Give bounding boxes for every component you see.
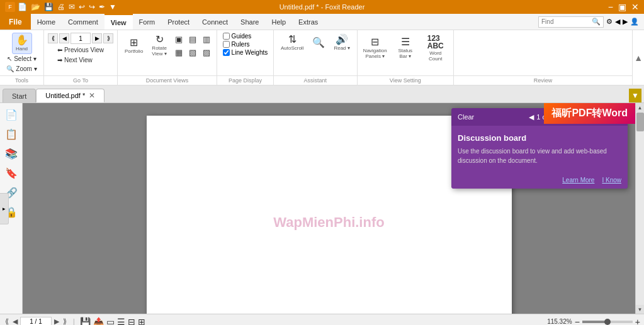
sidebar-layers-button[interactable]: 📚 — [3, 145, 20, 162]
minimize-button[interactable]: − — [608, 2, 613, 12]
menu-protect[interactable]: Protect — [161, 14, 196, 30]
toolbar-group-pagedisplay: Guides Rulers Line Weights Page Display — [217, 30, 274, 85]
page-number-input[interactable] — [71, 33, 91, 44]
main-area: ▸ 📄 📋 📚 🔖 🔗 🔒 WapMienPhi.info 福昕PDF转Word… — [0, 103, 644, 314]
open-icon[interactable]: 📂 — [31, 3, 40, 11]
undo-icon[interactable]: ↩ — [79, 3, 85, 11]
status-page-input[interactable] — [20, 317, 52, 326]
tab-untitled[interactable]: Untitled.pdf * ✕ — [36, 89, 105, 102]
zoom-track[interactable] — [582, 321, 633, 323]
tab-dropdown-button[interactable]: ▼ — [629, 89, 641, 102]
rotate-view-button[interactable]: ↻ RotateView ▾ — [149, 33, 170, 58]
facing-icon[interactable]: ⊟ — [128, 317, 135, 326]
scroll-up-button[interactable]: ▲ — [636, 103, 645, 112]
read-button[interactable]: 🔊 Read ▾ — [330, 33, 353, 53]
scroll-track[interactable] — [636, 112, 645, 305]
toolbar-group-docviews: ⊞ Portfolio ↻ RotateView ▾ ▣ ▤ ▥ ▦ ▧ ▨ — [118, 30, 217, 85]
status-next-page-button[interactable]: ▶ — [53, 316, 60, 325]
email-icon[interactable]: ✉ — [69, 3, 75, 11]
zoom-assistant-button[interactable]: 🔍 — [309, 36, 328, 50]
title-bar-left: F 📄 📂 💾 🖨 ✉ ↩ ↪ ✒ ▼ — [5, 2, 116, 12]
toolbar-group-goto: ⟪ ◀ ▶ ⟫ ⬅ Previous View ➡ Next View Go T… — [44, 30, 118, 85]
sidebar-pages-button[interactable]: 🔖 — [3, 164, 20, 182]
zoom-thumb[interactable] — [604, 319, 611, 325]
popup-prev-button[interactable]: ◀ — [529, 113, 534, 121]
portfolio-button[interactable]: ⊞ Portfolio — [121, 36, 146, 56]
menu-connect[interactable]: Connect — [196, 14, 234, 30]
menu-view[interactable]: View — [105, 14, 133, 30]
close-button[interactable]: ✕ — [631, 2, 639, 12]
zoom-out-button[interactable]: − — [575, 317, 580, 326]
save-icon[interactable]: 💾 — [44, 3, 54, 11]
status-bar-button[interactable]: ☰ Status Bar ▾ — [392, 35, 419, 61]
status-prev-page-button[interactable]: ◀ — [11, 316, 19, 325]
guides-checkbox[interactable]: Guides — [223, 33, 268, 40]
view-mode-1-button[interactable]: ▣ — [172, 33, 185, 45]
scroll-thumb[interactable] — [636, 113, 644, 131]
learn-more-link[interactable]: Learn More — [562, 177, 594, 184]
sidebar-bookmarks-button[interactable]: 📋 — [3, 125, 20, 143]
zoom-in-button[interactable]: + — [635, 317, 640, 326]
menu-file[interactable]: File — [0, 14, 31, 30]
zoom-slider[interactable] — [582, 321, 633, 323]
zoom-tool-button[interactable]: 🔍 Zoom ▾ — [4, 64, 39, 74]
nav-fwd-icon[interactable]: ▶ — [623, 18, 628, 26]
customize-icon[interactable]: ▼ — [109, 3, 116, 11]
nav-back-icon[interactable]: ◀ — [615, 18, 620, 26]
page-prev-button[interactable]: ◀ — [59, 33, 69, 43]
sign-icon[interactable]: ✒ — [99, 3, 105, 11]
search-icon[interactable]: 🔍 — [592, 18, 601, 26]
autoscroll-icon: ⇅ — [288, 35, 297, 45]
tab-close-icon[interactable]: ✕ — [89, 91, 95, 100]
rulers-check-input[interactable] — [223, 41, 230, 48]
navigation-panels-button[interactable]: ⊟ Navigation Panels ▾ — [361, 35, 389, 61]
menu-help[interactable]: Help — [265, 14, 292, 30]
ribbon-collapse-button[interactable]: ▲ — [634, 53, 643, 63]
view-mode-3-button[interactable]: ▥ — [200, 33, 213, 45]
redo-icon[interactable]: ↪ — [89, 3, 95, 11]
i-know-link[interactable]: I Know — [602, 177, 621, 184]
menu-home[interactable]: Home — [31, 14, 62, 30]
status-first-page-button[interactable]: ⟪ — [4, 316, 10, 325]
menu-extras[interactable]: Extras — [292, 14, 324, 30]
autoscroll-button[interactable]: ⇅ AutoScroll — [278, 33, 307, 53]
scroll-down-button[interactable]: ▼ — [636, 305, 645, 314]
sidebar-thumbnail-button[interactable]: 📄 — [3, 106, 20, 123]
guides-check-input[interactable] — [223, 33, 230, 40]
page-next-button[interactable]: ▶ — [92, 33, 102, 43]
menu-form[interactable]: Form — [133, 14, 162, 30]
page-first-button[interactable]: ⟪ — [48, 33, 58, 43]
status-last-page-button[interactable]: ⟫ — [62, 316, 68, 325]
restore-button[interactable]: ▣ — [618, 2, 626, 12]
save-to-elockers-icon[interactable]: 💾 — [80, 317, 91, 326]
tab-start[interactable]: Start — [3, 89, 36, 102]
account-icon[interactable]: 👤 — [630, 18, 639, 26]
new-icon[interactable]: 📄 — [18, 3, 27, 11]
continuous-icon[interactable]: ☰ — [117, 317, 125, 326]
view-mode-5-button[interactable]: ▧ — [186, 47, 199, 58]
lineweights-check-input[interactable] — [223, 49, 230, 56]
menu-share[interactable]: Share — [234, 14, 265, 30]
app-icon: F — [5, 2, 15, 12]
rulers-checkbox[interactable]: Rulers — [223, 41, 268, 48]
view-mode-4-button[interactable]: ▦ — [172, 47, 185, 58]
view-mode-6-button[interactable]: ▨ — [200, 47, 213, 58]
menu-comment[interactable]: Comment — [62, 14, 105, 30]
single-page-icon[interactable]: ▭ — [106, 317, 115, 326]
popup-clear-button[interactable]: Clear — [458, 113, 474, 121]
select-tool-button[interactable]: ↖ Select ▾ — [4, 54, 39, 63]
page-last-button[interactable]: ⟫ — [103, 33, 113, 43]
share-status-icon[interactable]: 📤 — [93, 317, 104, 326]
hand-tool-button[interactable]: ✋ Hand — [12, 33, 32, 54]
search-options-icon[interactable]: ⚙ — [606, 18, 613, 26]
spread-icon[interactable]: ⊞ — [138, 317, 145, 326]
search-input[interactable] — [541, 18, 592, 25]
word-count-button[interactable]: 123ABC Word Count — [422, 33, 449, 63]
left-panel: ▸ 📄 📋 📚 🔖 🔗 🔒 — [0, 103, 23, 314]
panel-toggle-button[interactable]: ▸ — [0, 193, 9, 224]
lineweights-checkbox[interactable]: Line Weights — [223, 49, 268, 56]
previous-view-button[interactable]: ⬅ Previous View — [55, 45, 106, 55]
view-mode-2-button[interactable]: ▤ — [186, 33, 199, 45]
next-view-button[interactable]: ➡ Next View — [55, 55, 106, 65]
print-icon[interactable]: 🖨 — [57, 3, 65, 11]
